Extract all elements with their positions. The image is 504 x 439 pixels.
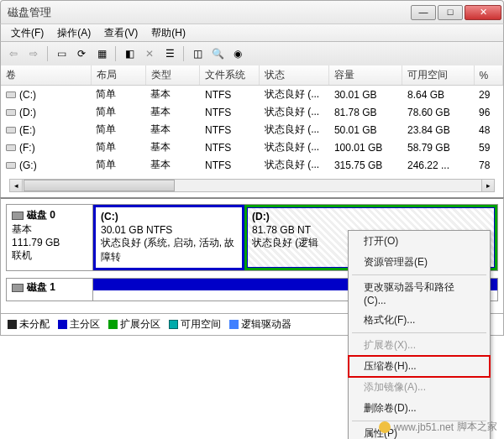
table-row[interactable]: (E:)简单基本NTFS状态良好 (...50.01 GB23.84 GB48 xyxy=(1,121,503,138)
col-status[interactable]: 状态 xyxy=(260,65,329,86)
partition-c[interactable]: (C:) 30.01 GB NTFS 状态良好 (系统, 启动, 活动, 故障转 xyxy=(93,205,244,270)
disk0-status: 联机 xyxy=(12,248,87,263)
toolbar-button-4[interactable]: ◧ xyxy=(120,44,139,63)
toolbar-button-6[interactable]: ☰ xyxy=(160,44,179,63)
partc-status: 状态良好 (系统, 启动, 活动, 故障转 xyxy=(101,236,237,264)
disk0-info[interactable]: 磁盘 0 基本 111.79 GB 联机 xyxy=(6,204,93,271)
hdd-icon xyxy=(12,284,24,292)
disk1-name: 磁盘 1 xyxy=(27,280,55,295)
col-fs[interactable]: 文件系统 xyxy=(200,65,260,86)
watermark: www.jb51.net 脚本之家 xyxy=(379,420,497,434)
table-row[interactable]: (F:)简单基本NTFS状态良好 (...100.01 GB58.79 GB59 xyxy=(1,138,503,156)
volume-table: 卷 布局 类型 文件系统 状态 容量 可用空间 % (C:)简单基本NTFS状态… xyxy=(0,65,504,174)
window-title: 磁盘管理 xyxy=(8,5,411,20)
overview-icon: ◫ xyxy=(193,48,202,60)
disk1-info[interactable]: 磁盘 1 xyxy=(6,278,93,301)
ctx-open[interactable]: 打开(O) xyxy=(349,231,490,252)
horizontal-scrollbar[interactable]: ◂ ▸ xyxy=(9,179,495,192)
close-icon: ✕ xyxy=(145,48,154,60)
disk0-size: 111.79 GB xyxy=(12,237,87,248)
legend-unallocated: 未分配 xyxy=(19,318,50,330)
titlebar: 磁盘管理 — □ ✕ xyxy=(0,0,504,24)
ctx-explorer[interactable]: 资源管理器(E) xyxy=(349,252,490,273)
toolbar-button-5[interactable]: ✕ xyxy=(140,44,159,63)
legend-primary: 主分区 xyxy=(70,318,100,330)
table-scroll-area: ◂ ▸ xyxy=(0,174,504,197)
col-volume[interactable]: 卷 xyxy=(1,65,91,86)
help-icon: ◉ xyxy=(234,48,242,60)
ctx-format[interactable]: 格式化(F)... xyxy=(349,310,490,331)
legend-free: 可用空间 xyxy=(181,318,221,330)
menu-action[interactable]: 操作(A) xyxy=(50,24,97,42)
forward-button[interactable]: ⇨ xyxy=(24,44,43,63)
drive-icon xyxy=(6,109,16,116)
close-button[interactable]: ✕ xyxy=(465,5,501,20)
ctx-shrink[interactable]: 压缩卷(H)... xyxy=(349,356,490,377)
watermark-icon xyxy=(379,421,391,433)
disk0-name: 磁盘 0 xyxy=(27,208,55,222)
ctx-mirror: 添加镜像(A)... xyxy=(349,377,490,398)
drive-icon xyxy=(6,162,16,169)
legend-logical: 逻辑驱动器 xyxy=(241,318,291,330)
scroll-left-icon[interactable]: ◂ xyxy=(10,180,23,191)
minimize-button[interactable]: — xyxy=(411,5,436,20)
table-row[interactable]: (D:)简单基本NTFS状态良好 (...81.78 GB78.60 GB96 xyxy=(1,103,503,121)
toolbar-button-7[interactable]: ◫ xyxy=(188,44,207,63)
toolbar-button-8[interactable]: 🔍 xyxy=(208,44,227,63)
drive-icon xyxy=(6,127,16,133)
partc-label: (C:) xyxy=(101,211,237,222)
drive-icon xyxy=(6,144,16,151)
table-row[interactable]: (C:)简单基本NTFS状态良好 (...30.01 GB8.64 GB29 xyxy=(1,86,503,104)
col-layout[interactable]: 布局 xyxy=(91,65,145,86)
refresh-button[interactable]: ⟳ xyxy=(72,44,91,63)
disk-icon: ◧ xyxy=(125,48,134,60)
scroll-thumb[interactable] xyxy=(24,180,175,191)
col-type[interactable]: 类型 xyxy=(145,65,200,86)
maximize-button[interactable]: □ xyxy=(438,5,463,20)
toolbar-button-9[interactable]: ◉ xyxy=(228,44,247,63)
partd-label: (D:) xyxy=(252,211,490,222)
toolbar: ⇦ ⇨ ▭ ⟳ ▦ ◧ ✕ ☰ ◫ 🔍 ◉ xyxy=(0,42,504,65)
menu-file[interactable]: 文件(F) xyxy=(4,24,50,42)
arrow-right-icon: ⇨ xyxy=(29,48,38,60)
ctx-change-letter[interactable]: 更改驱动器号和路径(C)... xyxy=(349,277,490,310)
drive-icon xyxy=(6,91,16,98)
col-free[interactable]: 可用空间 xyxy=(402,65,474,86)
col-pct[interactable]: % xyxy=(474,65,502,86)
col-capacity[interactable]: 容量 xyxy=(329,65,402,86)
ctx-extend: 扩展卷(X)... xyxy=(349,335,490,356)
menu-help[interactable]: 帮助(H) xyxy=(144,24,192,42)
page-icon: ▭ xyxy=(57,48,66,60)
grid-icon: ▦ xyxy=(97,48,107,60)
partc-size: 30.01 GB NTFS xyxy=(101,224,237,236)
ctx-delete[interactable]: 删除卷(D)... xyxy=(349,398,490,419)
refresh-icon: ⟳ xyxy=(77,48,86,60)
find-icon: 🔍 xyxy=(212,48,224,60)
watermark-url: www.jb51.net xyxy=(394,421,454,433)
table-row[interactable]: (G:)简单基本NTFS状态良好 (...315.75 GB246.22 ...… xyxy=(1,156,503,174)
legend-extended: 扩展分区 xyxy=(120,318,160,330)
properties-icon: ☰ xyxy=(165,48,175,60)
toolbar-button-3[interactable]: ▦ xyxy=(92,44,111,63)
menubar: 文件(F) 操作(A) 查看(V) 帮助(H) xyxy=(0,24,504,42)
arrow-left-icon: ⇦ xyxy=(9,48,18,60)
toolbar-button-1[interactable]: ▭ xyxy=(52,44,71,63)
menu-view[interactable]: 查看(V) xyxy=(97,24,144,42)
back-button[interactable]: ⇦ xyxy=(4,44,23,63)
watermark-text: 脚本之家 xyxy=(457,420,497,434)
scroll-right-icon[interactable]: ▸ xyxy=(481,180,494,191)
context-menu: 打开(O) 资源管理器(E) 更改驱动器号和路径(C)... 格式化(F)...… xyxy=(348,230,491,439)
hdd-icon xyxy=(12,212,24,220)
disk0-type: 基本 xyxy=(12,222,87,237)
